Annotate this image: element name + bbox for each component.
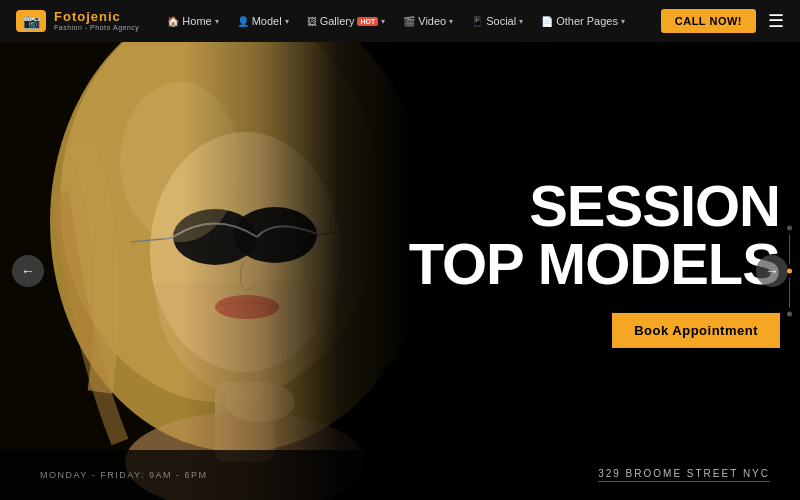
hours-info: MONDAY - FRIDAY: 9AM - 6PM [40,470,208,480]
bottom-bar: MONDAY - FRIDAY: 9AM - 6PM 329 BROOME ST… [0,450,800,500]
logo-name: Fotojenic [54,10,139,24]
nav-gallery-label: Gallery [320,15,355,27]
scroll-line [789,235,790,265]
navbar: 📷 Fotojenic Fashion - Photo Agency 🏠 Hom… [0,0,800,42]
nav-home[interactable]: 🏠 Home ▾ [159,0,226,42]
call-now-button[interactable]: CALL NOW! [661,9,756,33]
chevron-down-icon: ▾ [519,17,523,26]
nav-video[interactable]: 🎬 Video ▾ [395,0,461,42]
book-appointment-button[interactable]: Book Appointment [612,313,780,348]
nav-home-label: Home [182,15,211,27]
logo[interactable]: 📷 Fotojenic Fashion - Photo Agency [16,10,139,32]
nav-menu: 🏠 Home ▾ 👤 Model ▾ 🖼 Gallery HOT ▾ 🎬 Vid… [159,0,652,42]
hot-badge: HOT [357,17,378,26]
hero-heading-line2: TOP MODELS [409,235,780,293]
nav-gallery[interactable]: 🖼 Gallery HOT ▾ [299,0,394,42]
pages-icon: 📄 [541,16,553,27]
nav-other[interactable]: 📄 Other Pages ▾ [533,0,633,42]
video-icon: 🎬 [403,16,415,27]
social-icon: 📱 [471,16,483,27]
nav-model[interactable]: 👤 Model ▾ [229,0,297,42]
next-arrow-icon: → [765,263,779,279]
home-icon: 🏠 [167,16,179,27]
scroll-dot-1 [787,226,792,231]
model-icon: 👤 [237,16,249,27]
next-arrow-button[interactable]: → [756,255,788,287]
nav-social-label: Social [486,15,516,27]
address-info: 329 BROOME STREET NYC [598,468,770,482]
logo-icon: 📷 [16,10,46,32]
scroll-indicator [787,226,792,317]
chevron-down-icon: ▾ [215,17,219,26]
hamburger-menu-icon[interactable]: ☰ [768,10,784,32]
chevron-down-icon: ▾ [449,17,453,26]
chevron-down-icon: ▾ [285,17,289,26]
hero-section: ← → SESSION TOP MODELS Book Appointment … [0,42,800,500]
hero-content: SESSION TOP MODELS Book Appointment [409,177,780,348]
scroll-line-2 [789,278,790,308]
nav-social[interactable]: 📱 Social ▾ [463,0,531,42]
chevron-down-icon: ▾ [621,17,625,26]
nav-video-label: Video [418,15,446,27]
logo-tagline: Fashion - Photo Agency [54,24,139,32]
chevron-down-icon: ▾ [381,17,385,26]
hero-heading-line1: SESSION [409,177,780,235]
prev-arrow-icon: ← [21,263,35,279]
nav-other-label: Other Pages [556,15,618,27]
scroll-dot-3 [787,312,792,317]
scroll-dot-2 [787,269,792,274]
prev-arrow-button[interactable]: ← [12,255,44,287]
gallery-icon: 🖼 [307,16,317,27]
nav-model-label: Model [252,15,282,27]
